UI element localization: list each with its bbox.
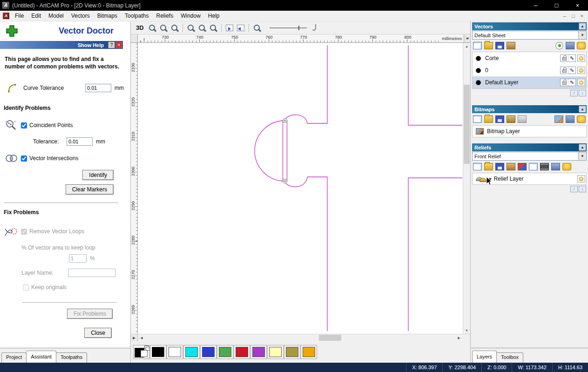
menu-bitmaps[interactable]: Bitmaps [94, 11, 121, 20]
lightbulb-icon[interactable] [577, 79, 585, 86]
zoom-previous-icon[interactable] [197, 23, 207, 33]
flyout-icon[interactable]: ▶ [131, 334, 138, 341]
snap-guides-icon[interactable] [236, 23, 246, 33]
vertical-scrollbar[interactable]: ▲ ▼ [463, 43, 470, 334]
delete-relief-layer-icon[interactable] [551, 163, 560, 170]
tab-toolpaths[interactable]: Toolpaths [56, 352, 87, 363]
menu-edit[interactable]: Edit [27, 11, 45, 20]
collapse-bitmaps-icon[interactable]: ▲ [579, 106, 586, 113]
palette-color-black[interactable] [150, 345, 166, 359]
tab-assistant[interactable]: Assistant [26, 351, 56, 363]
import-vectors-icon[interactable] [507, 42, 515, 49]
move-layer-up-icon[interactable]: ↑ [570, 90, 578, 96]
palette-color-cyan[interactable] [183, 345, 200, 359]
layer-color-icon[interactable] [476, 80, 481, 85]
lightbulb-icon[interactable] [577, 54, 585, 62]
close-button[interactable]: × [567, 0, 588, 11]
menu-help[interactable]: Help [204, 11, 223, 20]
zoom-fit-icon[interactable] [208, 23, 218, 33]
scroll-up-icon[interactable]: ▲ [463, 43, 470, 50]
fix-problems-button[interactable]: Fix Problems [67, 309, 113, 319]
zoom-in-icon[interactable] [147, 23, 157, 33]
import-bitmap-icon[interactable] [507, 115, 515, 123]
tab-layers[interactable]: Layers [472, 351, 497, 363]
scroll-right-icon[interactable]: ▶ [455, 334, 463, 341]
palette-color-green[interactable] [217, 345, 233, 359]
ruler-units-spinner[interactable] [464, 34, 470, 42]
menu-toolpaths[interactable]: Toolpaths [121, 11, 152, 20]
zoom-window-icon[interactable] [186, 23, 196, 33]
new-vector-layer-icon[interactable] [473, 42, 482, 49]
vertical-scroll-thumb[interactable] [464, 85, 470, 164]
zoom-out-icon[interactable] [158, 23, 169, 33]
toggle-visibility-icon[interactable] [555, 42, 563, 49]
pen-icon[interactable]: ✎ [568, 67, 575, 74]
open-relief-icon[interactable] [484, 163, 493, 170]
relief-layer-row[interactable]: ▶ Relief Layer [473, 173, 586, 184]
lock-icon[interactable] [561, 79, 568, 86]
collapse-vectors-icon[interactable]: ▲ [579, 23, 586, 30]
layer-color-icon[interactable] [476, 68, 481, 73]
scroll-left-icon[interactable]: ◀ [138, 334, 145, 341]
menu-model[interactable]: Model [45, 11, 68, 20]
maximize-button[interactable]: □ [546, 0, 567, 11]
bitmap-layer-row[interactable]: Bitmap Layer [473, 126, 586, 137]
move-layer-down-icon[interactable]: ↓ [579, 90, 586, 96]
toggle-3d-view-button[interactable]: 3D [134, 23, 146, 32]
relief-select[interactable]: Front Relief ▼ [472, 152, 587, 161]
save-vectors-icon[interactable] [495, 42, 504, 49]
chevron-down-icon[interactable]: ▼ [578, 31, 586, 39]
sheet-select[interactable]: Default Sheet ▼ [472, 31, 587, 40]
show-help-link[interactable]: Show Help [78, 42, 104, 48]
menu-vectors[interactable]: Vectors [68, 11, 94, 20]
collapse-reliefs-icon[interactable]: ▲ [579, 144, 586, 151]
remove-vector-loops-checkbox[interactable] [21, 229, 27, 235]
show-all-bitmaps-icon[interactable] [577, 115, 586, 123]
delete-bitmap-layer-icon[interactable] [566, 115, 574, 123]
vector-intersections-checkbox[interactable] [21, 156, 27, 162]
lightbulb-icon[interactable] [577, 175, 585, 183]
horizontal-scrollbar[interactable]: ▶ ◀ ▶ [131, 334, 470, 341]
layer-row-corte[interactable]: Corte ✎ [473, 52, 586, 64]
scroll-down-icon[interactable]: ▼ [463, 327, 470, 334]
save-bitmap-icon[interactable] [495, 115, 504, 123]
line-width-slider[interactable] [270, 27, 307, 28]
delete-vector-layer-icon[interactable] [566, 42, 574, 49]
primary-secondary-colors[interactable] [133, 345, 149, 359]
layer-row-default[interactable]: Default Layer ✎ [473, 76, 586, 88]
save-relief-icon[interactable] [495, 163, 504, 170]
drawing-canvas[interactable] [138, 43, 463, 334]
lock-icon[interactable] [561, 67, 568, 74]
move-layer-down-icon[interactable]: ↓ [579, 186, 586, 192]
bitmap-preview-icon[interactable] [554, 115, 563, 123]
palette-color-pale-yellow[interactable] [267, 345, 284, 359]
layer-name-input[interactable] [68, 269, 115, 277]
lightbulb-icon[interactable] [577, 67, 585, 74]
child-restore-button[interactable]: □ [572, 13, 575, 19]
snap-grid-icon[interactable] [224, 23, 235, 33]
lock-icon[interactable] [561, 55, 568, 61]
calculate-relief-icon[interactable] [518, 163, 527, 170]
pen-icon[interactable]: ✎ [568, 79, 575, 86]
pen-icon[interactable]: ✎ [568, 55, 575, 61]
zoom-objects-icon[interactable] [169, 23, 180, 33]
identify-button[interactable]: Identify [82, 170, 114, 180]
new-bitmap-layer-icon[interactable] [473, 115, 482, 123]
curve-tolerance-input[interactable] [85, 84, 111, 92]
child-close-button[interactable]: × [581, 13, 583, 19]
layer-row-0[interactable]: 0 ✎ [473, 64, 586, 76]
show-all-layers-icon[interactable] [577, 42, 586, 49]
move-layer-up-icon[interactable]: ↑ [570, 186, 578, 192]
menu-file[interactable]: File [11, 11, 27, 20]
tab-project[interactable]: Project [1, 352, 27, 363]
expand-icon[interactable]: ▶ [489, 177, 492, 181]
relief-preview-icon[interactable] [529, 163, 538, 170]
keep-originals-checkbox[interactable] [23, 284, 29, 291]
palette-color-gold[interactable] [301, 345, 317, 359]
child-minimize-button[interactable]: – [563, 13, 566, 19]
palette-color-olive[interactable] [284, 345, 300, 359]
zoom-selected-icon[interactable] [252, 23, 262, 33]
import-relief-icon[interactable] [507, 163, 515, 170]
menu-window[interactable]: Window [177, 11, 204, 20]
relief-animate-icon[interactable] [540, 163, 549, 170]
